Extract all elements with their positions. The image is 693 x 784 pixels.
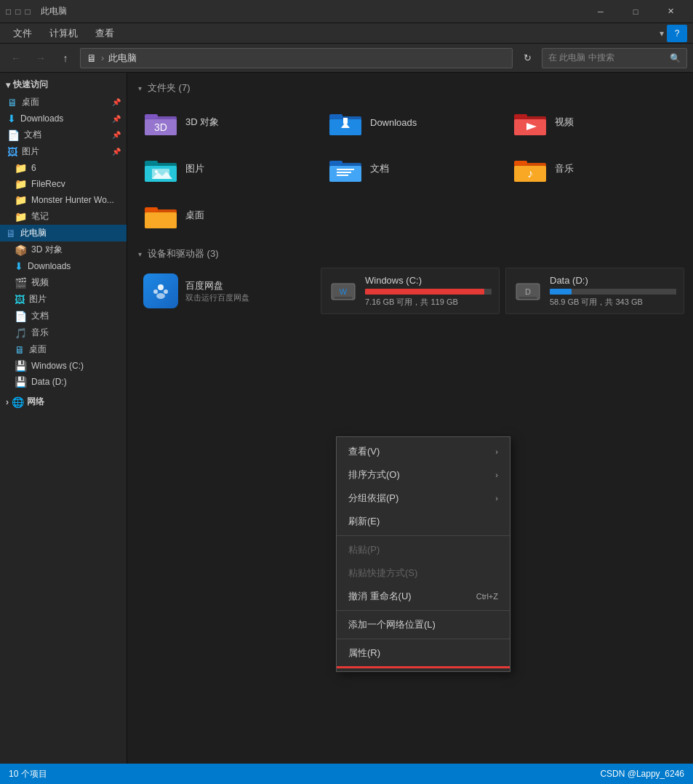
sidebar-item-notes[interactable]: 📁 笔记: [0, 208, 127, 225]
drive-c-icon: W: [329, 276, 358, 305]
sidebar-mhw-label: Monster Hunter Wo...: [31, 195, 114, 205]
sidebar-item-thispc[interactable]: 🖥 此电脑: [0, 225, 127, 241]
ctx-add-network[interactable]: 添加一个网络位置(L): [337, 613, 510, 636]
folder-6-icon: 📁: [15, 162, 27, 174]
ctx-separator-3: [337, 639, 510, 639]
devices-section-header[interactable]: ▾ 设备和驱动器 (3): [136, 247, 684, 260]
drive-d-item[interactable]: D Data (D:) 58.9 GB 可用，共 343 GB: [505, 268, 684, 314]
video-folder-icon: [513, 108, 548, 137]
context-menu: 查看(V) › 排序方式(O) › 分组依据(P) › 刷新(E) 粘贴(P) …: [336, 436, 510, 672]
drive-c-bar-container: [365, 289, 492, 295]
sidebar-item-3dobject[interactable]: 📦 3D 对象: [0, 241, 127, 258]
folder-docs[interactable]: 文档: [321, 148, 500, 189]
pc-downloads-icon: ⬇: [15, 260, 23, 272]
sidebar-item-pics[interactable]: 🖼 图片 📌: [0, 143, 127, 160]
sidebar-item-pc-pics[interactable]: 🖼 图片: [0, 291, 127, 308]
docs-icon: 📄: [7, 129, 20, 141]
maximize-button[interactable]: □: [619, 0, 652, 23]
sidebar-item-docs[interactable]: 📄 文档 📌: [0, 127, 127, 143]
svg-rect-38: [335, 297, 352, 299]
pin-icon-2: 📌: [112, 115, 121, 123]
sidebar-pc-downloads-label: Downloads: [28, 261, 71, 271]
folder-3d-label: 3D 对象: [185, 116, 219, 129]
folders-section-header[interactable]: ▾ 文件夹 (7): [136, 81, 684, 95]
sidebar-pics-label: 图片: [22, 145, 39, 158]
pics-folder-icon: [143, 154, 178, 183]
sidebar-item-downloads[interactable]: ⬇ Downloads 📌: [0, 111, 127, 127]
sidebar-item-video[interactable]: 🎬 视频: [0, 274, 127, 291]
folder-downloads[interactable]: Downloads: [321, 102, 500, 143]
sidebar-thispc-label: 此电脑: [20, 227, 47, 239]
search-bar[interactable]: 在 此电脑 中搜索 🔍: [542, 48, 687, 68]
refresh-button[interactable]: ↻: [517, 48, 537, 68]
ctx-group-arrow: ›: [495, 494, 498, 503]
forward-button[interactable]: →: [31, 48, 51, 68]
menu-computer[interactable]: 计算机: [42, 24, 85, 43]
video-icon: 🎬: [15, 277, 27, 289]
data-d-icon: 💾: [15, 376, 27, 388]
sidebar-item-music[interactable]: 🎵 音乐: [0, 324, 127, 341]
sidebar-windows-c-label: Windows (C:): [31, 361, 84, 371]
sidebar-item-windows-c[interactable]: 💾 Windows (C:): [0, 358, 127, 374]
baidu-drive-item[interactable]: 百度网盘 双击运行百度网盘: [136, 268, 315, 314]
drive-c-item[interactable]: W Windows (C:) 7.16 GB 可用，共 119 GB: [321, 268, 500, 314]
mhw-icon: 📁: [15, 194, 27, 206]
notes-icon: 📁: [15, 211, 27, 223]
sidebar-item-6[interactable]: 📁 6: [0, 160, 127, 176]
sidebar-notes-label: 笔记: [31, 210, 49, 223]
desktop-icon: 🖥: [7, 97, 17, 108]
sidebar-pc-docs-label: 文档: [31, 310, 49, 322]
folder-pics-label: 图片: [185, 162, 204, 175]
svg-rect-21: [329, 161, 343, 165]
folder-desktop[interactable]: 桌面: [136, 195, 315, 236]
up-button[interactable]: ↑: [55, 48, 76, 68]
svg-text:♪: ♪: [527, 167, 533, 180]
ctx-add-network-label: 添加一个网络位置(L): [348, 618, 436, 631]
thispc-icon: 🖥: [6, 228, 16, 239]
svg-rect-27: [514, 161, 527, 165]
folder-video[interactable]: 视频: [505, 102, 684, 143]
window-controls: ─ □ ✕: [584, 0, 687, 23]
ctx-refresh[interactable]: 刷新(E): [337, 510, 510, 533]
folder-music[interactable]: ♪ 音乐: [505, 148, 684, 189]
svg-rect-30: [145, 212, 177, 228]
sidebar-item-desktop[interactable]: 🖥 桌面 📌: [0, 94, 127, 111]
sidebar-item-filerecv[interactable]: 📁 FileRecv: [0, 176, 127, 192]
ctx-refresh-label: 刷新(E): [348, 515, 380, 528]
folder-3d-object[interactable]: 3D 3D 对象: [136, 102, 315, 143]
close-button[interactable]: ✕: [654, 0, 687, 23]
ctx-sort[interactable]: 排序方式(O) ›: [337, 463, 510, 487]
sidebar-item-data-d[interactable]: 💾 Data (D:): [0, 374, 127, 390]
sidebar-item-mhw[interactable]: 📁 Monster Hunter Wo...: [0, 192, 127, 208]
downloads-folder-icon: [328, 108, 363, 137]
sidebar-quick-access[interactable]: ▾ 快速访问: [0, 76, 127, 94]
search-icon: 🔍: [670, 53, 681, 63]
ctx-paste: 粘贴(P): [337, 538, 510, 561]
pc-desktop-icon: 🖥: [15, 344, 25, 356]
pin-icon-3: 📌: [112, 131, 121, 139]
minimize-button[interactable]: ─: [584, 0, 617, 23]
svg-rect-31: [145, 207, 158, 212]
folder-downloads-label: Downloads: [370, 117, 417, 128]
ctx-properties[interactable]: 属性(R): [337, 641, 510, 665]
sidebar-downloads-label: Downloads: [20, 113, 63, 124]
ctx-view[interactable]: 查看(V) ›: [337, 440, 510, 463]
sidebar-network[interactable]: › 🌐 网络: [0, 393, 127, 411]
sidebar-item-pc-downloads[interactable]: ⬇ Downloads: [0, 258, 127, 274]
sidebar-item-pc-desktop[interactable]: 🖥 桌面: [0, 341, 127, 358]
help-button[interactable]: ?: [667, 25, 687, 42]
window-title: 此电脑: [41, 5, 67, 17]
breadcrumb-pc: 此电脑: [108, 52, 137, 65]
menu-file[interactable]: 文件: [6, 24, 39, 43]
music-folder-icon: ♪: [513, 154, 548, 183]
ctx-undo[interactable]: 撤消 重命名(U) Ctrl+Z: [337, 585, 510, 608]
folder-pics[interactable]: 图片: [136, 148, 315, 189]
menu-view[interactable]: 查看: [88, 24, 121, 43]
back-button[interactable]: ←: [6, 48, 26, 68]
sidebar-item-pc-docs[interactable]: 📄 文档: [0, 308, 127, 324]
ctx-group-label: 分组依据(P): [348, 492, 398, 505]
address-bar[interactable]: 🖥 › 此电脑: [80, 48, 513, 68]
ctx-group[interactable]: 分组依据(P) ›: [337, 487, 510, 510]
drive-c-name: Windows (C:): [365, 275, 492, 286]
folders-toggle: ▾: [136, 84, 143, 92]
